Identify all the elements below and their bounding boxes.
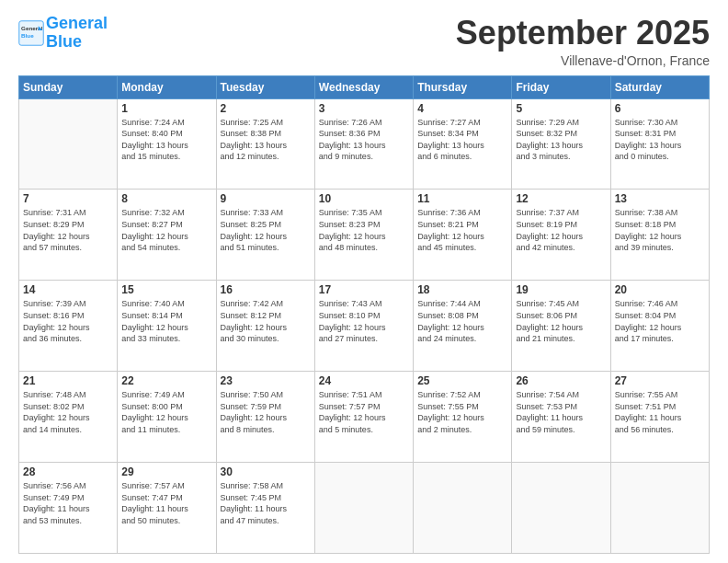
day-number: 15	[121, 283, 211, 296]
table-row: 25Sunrise: 7:52 AM Sunset: 7:55 PM Dayli…	[414, 372, 512, 463]
table-row: 6Sunrise: 7:30 AM Sunset: 8:31 PM Daylig…	[610, 98, 709, 190]
day-info: Sunrise: 7:24 AM Sunset: 8:40 PM Dayligh…	[121, 117, 211, 163]
day-info: Sunrise: 7:31 AM Sunset: 8:29 PM Dayligh…	[23, 207, 113, 253]
day-info: Sunrise: 7:56 AM Sunset: 7:49 PM Dayligh…	[23, 480, 113, 526]
col-thursday: Thursday	[414, 75, 512, 98]
table-row: 2Sunrise: 7:25 AM Sunset: 8:38 PM Daylig…	[216, 98, 314, 190]
table-row: 3Sunrise: 7:26 AM Sunset: 8:36 PM Daylig…	[314, 98, 413, 190]
day-number: 19	[516, 283, 606, 296]
table-row	[314, 463, 413, 554]
page: General Blue General Blue September 2025…	[0, 0, 728, 563]
table-row: 21Sunrise: 7:48 AM Sunset: 8:02 PM Dayli…	[19, 372, 118, 463]
calendar-week-row: 14Sunrise: 7:39 AM Sunset: 8:16 PM Dayli…	[19, 281, 710, 372]
table-row: 8Sunrise: 7:32 AM Sunset: 8:27 PM Daylig…	[118, 190, 216, 281]
table-row	[19, 98, 118, 190]
logo: General Blue General Blue	[18, 15, 108, 52]
day-info: Sunrise: 7:33 AM Sunset: 8:25 PM Dayligh…	[221, 207, 311, 253]
table-row	[414, 463, 512, 554]
day-info: Sunrise: 7:55 AM Sunset: 7:51 PM Dayligh…	[615, 389, 705, 435]
table-row: 10Sunrise: 7:35 AM Sunset: 8:23 PM Dayli…	[314, 190, 413, 281]
month-title: September 2025	[456, 15, 710, 52]
table-row: 16Sunrise: 7:42 AM Sunset: 8:12 PM Dayli…	[216, 281, 314, 372]
calendar-week-row: 28Sunrise: 7:56 AM Sunset: 7:49 PM Dayli…	[19, 463, 710, 554]
day-number: 14	[23, 283, 113, 296]
day-info: Sunrise: 7:51 AM Sunset: 7:57 PM Dayligh…	[319, 389, 409, 435]
title-block: September 2025 Villenave-d'Ornon, France	[456, 15, 710, 68]
day-info: Sunrise: 7:32 AM Sunset: 8:27 PM Dayligh…	[121, 207, 211, 253]
day-info: Sunrise: 7:58 AM Sunset: 7:45 PM Dayligh…	[221, 480, 311, 526]
table-row	[512, 463, 610, 554]
col-sunday: Sunday	[19, 75, 118, 98]
calendar-week-row: 7Sunrise: 7:31 AM Sunset: 8:29 PM Daylig…	[19, 190, 710, 281]
col-saturday: Saturday	[610, 75, 709, 98]
day-number: 17	[319, 283, 409, 296]
calendar-week-row: 21Sunrise: 7:48 AM Sunset: 8:02 PM Dayli…	[19, 372, 710, 463]
day-info: Sunrise: 7:30 AM Sunset: 8:31 PM Dayligh…	[615, 117, 705, 163]
table-row: 7Sunrise: 7:31 AM Sunset: 8:29 PM Daylig…	[19, 190, 118, 281]
col-monday: Monday	[118, 75, 216, 98]
svg-text:Blue: Blue	[21, 31, 34, 38]
day-info: Sunrise: 7:29 AM Sunset: 8:32 PM Dayligh…	[516, 117, 606, 163]
day-info: Sunrise: 7:48 AM Sunset: 8:02 PM Dayligh…	[23, 389, 113, 435]
day-info: Sunrise: 7:26 AM Sunset: 8:36 PM Dayligh…	[319, 117, 409, 163]
day-number: 25	[417, 374, 507, 387]
table-row: 5Sunrise: 7:29 AM Sunset: 8:32 PM Daylig…	[512, 98, 610, 190]
table-row	[610, 463, 709, 554]
header: General Blue General Blue September 2025…	[18, 15, 710, 68]
table-row: 30Sunrise: 7:58 AM Sunset: 7:45 PM Dayli…	[216, 463, 314, 554]
day-info: Sunrise: 7:36 AM Sunset: 8:21 PM Dayligh…	[417, 207, 507, 253]
day-info: Sunrise: 7:35 AM Sunset: 8:23 PM Dayligh…	[319, 207, 409, 253]
day-info: Sunrise: 7:38 AM Sunset: 8:18 PM Dayligh…	[615, 207, 705, 253]
calendar-week-row: 1Sunrise: 7:24 AM Sunset: 8:40 PM Daylig…	[19, 98, 710, 190]
day-info: Sunrise: 7:43 AM Sunset: 8:10 PM Dayligh…	[319, 298, 409, 344]
table-row: 20Sunrise: 7:46 AM Sunset: 8:04 PM Dayli…	[610, 281, 709, 372]
day-number: 27	[615, 374, 705, 387]
day-info: Sunrise: 7:37 AM Sunset: 8:19 PM Dayligh…	[516, 207, 606, 253]
day-info: Sunrise: 7:25 AM Sunset: 8:38 PM Dayligh…	[221, 117, 311, 163]
day-number: 18	[417, 283, 507, 296]
day-number: 23	[221, 374, 311, 387]
day-number: 2	[221, 102, 311, 115]
col-tuesday: Tuesday	[216, 75, 314, 98]
day-number: 16	[221, 283, 311, 296]
col-friday: Friday	[512, 75, 610, 98]
day-number: 21	[23, 374, 113, 387]
table-row: 4Sunrise: 7:27 AM Sunset: 8:34 PM Daylig…	[414, 98, 512, 190]
day-number: 28	[23, 465, 113, 478]
day-info: Sunrise: 7:42 AM Sunset: 8:12 PM Dayligh…	[221, 298, 311, 344]
table-row: 26Sunrise: 7:54 AM Sunset: 7:53 PM Dayli…	[512, 372, 610, 463]
day-number: 4	[417, 102, 507, 115]
table-row: 29Sunrise: 7:57 AM Sunset: 7:47 PM Dayli…	[118, 463, 216, 554]
day-info: Sunrise: 7:27 AM Sunset: 8:34 PM Dayligh…	[417, 117, 507, 163]
table-row: 9Sunrise: 7:33 AM Sunset: 8:25 PM Daylig…	[216, 190, 314, 281]
day-number: 7	[23, 192, 113, 205]
calendar-header-row: Sunday Monday Tuesday Wednesday Thursday…	[19, 75, 710, 98]
table-row: 18Sunrise: 7:44 AM Sunset: 8:08 PM Dayli…	[414, 281, 512, 372]
day-number: 29	[121, 465, 211, 478]
day-number: 26	[516, 374, 606, 387]
day-number: 13	[615, 192, 705, 205]
day-info: Sunrise: 7:40 AM Sunset: 8:14 PM Dayligh…	[121, 298, 211, 344]
day-number: 10	[319, 192, 409, 205]
col-wednesday: Wednesday	[314, 75, 413, 98]
table-row: 11Sunrise: 7:36 AM Sunset: 8:21 PM Dayli…	[414, 190, 512, 281]
calendar: Sunday Monday Tuesday Wednesday Thursday…	[18, 75, 710, 554]
table-row: 19Sunrise: 7:45 AM Sunset: 8:06 PM Dayli…	[512, 281, 610, 372]
table-row: 1Sunrise: 7:24 AM Sunset: 8:40 PM Daylig…	[118, 98, 216, 190]
day-number: 5	[516, 102, 606, 115]
logo-blue: Blue	[46, 32, 82, 51]
day-number: 12	[516, 192, 606, 205]
table-row: 23Sunrise: 7:50 AM Sunset: 7:59 PM Dayli…	[216, 372, 314, 463]
day-number: 1	[121, 102, 211, 115]
day-info: Sunrise: 7:39 AM Sunset: 8:16 PM Dayligh…	[23, 298, 113, 344]
table-row: 13Sunrise: 7:38 AM Sunset: 8:18 PM Dayli…	[610, 190, 709, 281]
day-info: Sunrise: 7:54 AM Sunset: 7:53 PM Dayligh…	[516, 389, 606, 435]
table-row: 14Sunrise: 7:39 AM Sunset: 8:16 PM Dayli…	[19, 281, 118, 372]
location: Villenave-d'Ornon, France	[456, 53, 710, 68]
day-number: 24	[319, 374, 409, 387]
day-info: Sunrise: 7:46 AM Sunset: 8:04 PM Dayligh…	[615, 298, 705, 344]
logo-icon: General Blue	[18, 20, 44, 46]
table-row: 27Sunrise: 7:55 AM Sunset: 7:51 PM Dayli…	[610, 372, 709, 463]
table-row: 12Sunrise: 7:37 AM Sunset: 8:19 PM Dayli…	[512, 190, 610, 281]
table-row: 15Sunrise: 7:40 AM Sunset: 8:14 PM Dayli…	[118, 281, 216, 372]
